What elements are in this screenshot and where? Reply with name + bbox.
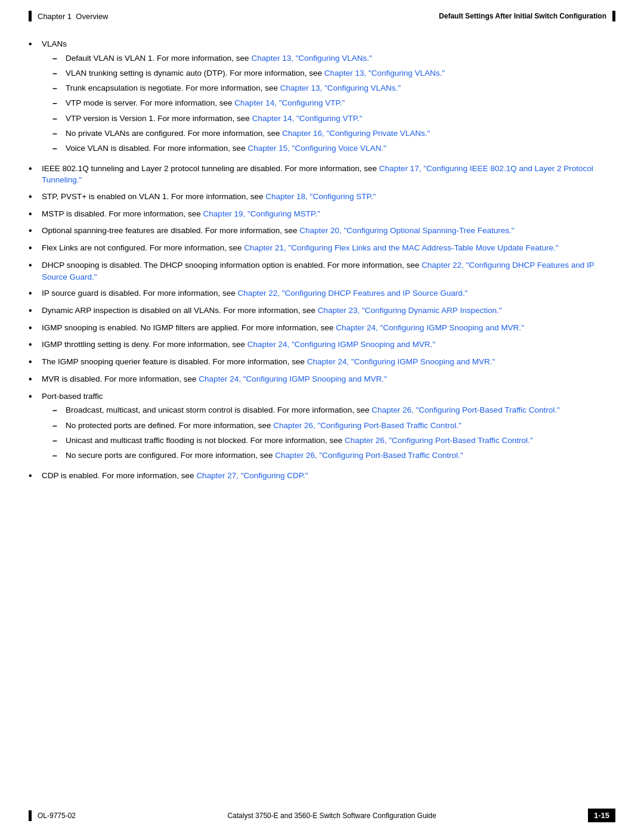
dash-text: Trunk encapsulation is negotiate. For mo… [66,82,615,94]
list-item: – Broadcast, multicast, and unicast stor… [52,404,615,416]
bullet-text: IGMP snooping is enabled. No IGMP filter… [42,322,615,334]
bullet-dot: • [29,373,42,386]
doc-number: OL-9775-02 [38,812,76,820]
dash-text: Voice VLAN is disabled. For more informa… [66,143,615,154]
port-based-sublist: – Broadcast, multicast, and unicast stor… [52,404,615,462]
bullet-text: IGMP throttling setting is deny. For mor… [42,339,615,351]
link-ch18-stp[interactable]: Chapter 18, "Configuring STP." [265,192,376,201]
footer-center: Catalyst 3750-E and 3560-E Switch Softwa… [76,812,588,820]
list-item: • Optional spanning-tree features are di… [29,225,615,237]
header-chapter: Chapter 1 [38,12,72,21]
list-item: – Voice VLAN is disabled. For more infor… [52,143,615,154]
list-item: • STP, PVST+ is enabled on VLAN 1. For m… [29,191,615,203]
bullet-text: IEEE 802.1Q tunneling and Layer 2 protoc… [42,163,615,186]
dash-sym: – [52,113,66,125]
bullet-text: MSTP is disabled. For more information, … [42,208,615,220]
dash-text: Unicast and multicast traffic flooding i… [66,435,615,447]
list-item: • Dynamic ARP inspection is disabled on … [29,305,615,317]
list-item: • IGMP throttling setting is deny. For m… [29,339,615,351]
dash-sym: – [52,97,66,109]
bullet-text: Port-based traffic – Broadcast, multicas… [42,391,615,465]
list-item: • The IGMP snooping querier feature is d… [29,356,615,368]
dash-text: No private VLANs are configured. For mor… [66,128,615,140]
link-ch22-dhcp2[interactable]: Chapter 22, "Configuring DHCP Features a… [237,289,467,298]
link-ch19-mstp[interactable]: Chapter 19, "Configuring MSTP." [203,209,320,218]
dash-sym: – [52,82,66,94]
bullet-text: VLANs – Default VLAN is VLAN 1. For more… [42,38,615,158]
list-item: – VTP mode is server. For more informati… [52,97,615,109]
link-ch27-cdp[interactable]: Chapter 27, "Configuring CDP." [196,471,308,480]
link-ch21-flex[interactable]: Chapter 21, "Configuring Flex Links and … [244,243,558,252]
bullet-dot: • [29,38,42,51]
bullet-text: Dynamic ARP inspection is disabled on al… [42,305,615,317]
list-item: – No secure ports are configured. For mo… [52,450,615,462]
page: Chapter 1 Overview Default Settings Afte… [0,0,644,833]
bullet-dot: • [29,356,42,368]
list-item: – Unicast and multicast traffic flooding… [52,435,615,447]
link-ch26-port2[interactable]: Chapter 26, "Configuring Port-Based Traf… [273,421,462,430]
footer-center-text: Catalyst 3750-E and 3560-E Switch Softwa… [227,812,436,820]
dash-sym: – [52,435,66,447]
link-ch14-vtp2[interactable]: Chapter 14, "Configuring VTP." [252,114,363,123]
bullet-dot: • [29,259,42,272]
dash-text: No protected ports are defined. For more… [66,420,615,432]
dash-text: VLAN trunking setting is dynamic auto (D… [66,67,615,79]
link-ch22-dhcp1[interactable]: Chapter 22, "Configuring DHCP Features a… [42,261,595,281]
footer-left: OL-9775-02 [29,810,76,821]
list-item: • VLANs – Default VLAN is VLAN 1. For mo… [29,38,615,158]
header-left-bar [29,11,32,21]
link-ch24-igmp2[interactable]: Chapter 24, "Configuring IGMP Snooping a… [247,340,436,349]
link-ch20-opt-stp[interactable]: Chapter 20, "Configuring Optional Spanni… [299,226,514,235]
link-ch24-mvr[interactable]: Chapter 24, "Configuring IGMP Snooping a… [199,374,387,383]
bullet-text: Flex Links are not configured. For more … [42,242,615,254]
footer-left-bar [29,810,32,821]
list-item: • MSTP is disabled. For more information… [29,208,615,221]
bullet-dot: • [29,163,42,175]
bullet-dot: • [29,225,42,237]
list-item: • Port-based traffic – Broadcast, multic… [29,391,615,465]
link-ch24-igmp1[interactable]: Chapter 24, "Configuring IGMP Snooping a… [336,323,524,332]
bullet-text: CDP is enabled. For more information, se… [42,470,615,482]
link-ch23-arp[interactable]: Chapter 23, "Configuring Dynamic ARP Ins… [318,306,502,315]
list-item: • CDP is enabled. For more information, … [29,470,615,482]
header-overview: Overview [76,12,108,21]
header-right-bar [612,11,615,21]
bullet-dot: • [29,287,42,300]
dash-text: VTP version is Version 1. For more infor… [66,113,615,125]
list-item: – VLAN trunking setting is dynamic auto … [52,67,615,79]
bullet-text: STP, PVST+ is enabled on VLAN 1. For mor… [42,191,615,203]
link-ch15-voice-vlan[interactable]: Chapter 15, "Configuring Voice VLAN." [247,144,386,153]
link-ch13-vlan2[interactable]: Chapter 13, "Configuring VLANs." [324,69,445,78]
bullet-text: DHCP snooping is disabled. The DHCP snoo… [42,259,615,283]
dash-sym: – [52,143,66,154]
list-item: – VTP version is Version 1. For more inf… [52,113,615,125]
list-item: • DHCP snooping is disabled. The DHCP sn… [29,259,615,283]
list-item: – No private VLANs are configured. For m… [52,128,615,140]
bullet-dot: • [29,242,42,255]
vlans-sublist: – Default VLAN is VLAN 1. For more infor… [52,52,615,155]
main-list: • VLANs – Default VLAN is VLAN 1. For mo… [29,38,615,482]
dash-sym: – [52,404,66,416]
link-ch26-port3[interactable]: Chapter 26, "Configuring Port-Based Traf… [345,436,533,445]
link-ch26-port4[interactable]: Chapter 26, "Configuring Port-Based Traf… [275,451,463,460]
header-left: Chapter 1 Overview [29,11,109,21]
bullet-dot: • [29,470,42,482]
link-ch26-port1[interactable]: Chapter 26, "Configuring Port-Based Traf… [371,405,560,414]
list-item: • IEEE 802.1Q tunneling and Layer 2 prot… [29,163,615,186]
port-based-label: Port-based traffic [42,392,103,401]
link-ch13-vlan1[interactable]: Chapter 13, "Configuring VLANs." [251,54,371,63]
link-ch14-vtp1[interactable]: Chapter 14, "Configuring VTP." [234,98,345,107]
list-item: • IGMP snooping is enabled. No IGMP filt… [29,322,615,335]
bullet-dot: • [29,208,42,221]
link-ch17-8021q[interactable]: Chapter 17, "Configuring IEEE 802.1Q and… [42,164,593,185]
bullet-text: IP source guard is disabled. For more in… [42,287,615,299]
dash-text: Default VLAN is VLAN 1. For more informa… [66,52,615,64]
dash-text: Broadcast, multicast, and unicast storm … [66,404,615,416]
link-ch24-igmp3[interactable]: Chapter 24, "Configuring IGMP Snooping a… [307,357,496,366]
bullet-dot: • [29,391,42,403]
page-footer: OL-9775-02 Catalyst 3750-E and 3560-E Sw… [0,809,644,822]
page-number-text: 1-15 [594,811,609,820]
dash-text: No secure ports are configured. For more… [66,450,615,462]
link-ch16-private-vlan[interactable]: Chapter 16, "Configuring Private VLANs." [282,129,430,138]
link-ch13-vlan3[interactable]: Chapter 13, "Configuring VLANs." [280,83,401,92]
